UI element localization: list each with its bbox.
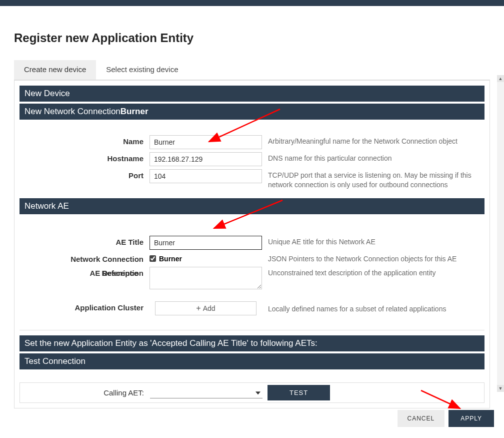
- new-connection-form: Name Arbitrary/Meaningful name for the N…: [20, 120, 484, 197]
- checkbox-input-burner[interactable]: [150, 255, 156, 262]
- help-name: Arbitrary/Meaningful name for the Networ…: [262, 135, 484, 146]
- row-port: Port TCP/UDP port that a service is list…: [20, 168, 484, 191]
- input-port[interactable]: [150, 169, 262, 183]
- row-network-connection: Network Connection Burner JSON Pointers …: [20, 251, 484, 265]
- section-new-device[interactable]: New Device: [20, 86, 484, 102]
- label-ae-description: AE Description Reference: [20, 267, 150, 277]
- checkbox-network-connection-burner[interactable]: Burner: [150, 253, 262, 263]
- label-hostname: Hostname: [20, 152, 150, 163]
- scroll-up-icon[interactable]: ▲: [497, 75, 504, 82]
- apply-button[interactable]: APPLY: [448, 410, 494, 427]
- checkbox-label-burner: Burner: [159, 255, 182, 263]
- input-ae-title[interactable]: [150, 236, 262, 250]
- input-hostname[interactable]: [150, 152, 262, 166]
- section-new-network-connection[interactable]: New Network ConnectionBurner: [20, 104, 484, 120]
- row-name: Name Arbitrary/Meaningful name for the N…: [20, 134, 484, 151]
- plus-icon: +: [196, 304, 200, 312]
- label-port: Port: [20, 169, 150, 180]
- label-ae-title: AE Title: [20, 236, 150, 246]
- row-ae-description: AE Description Reference Unconstrained t…: [20, 265, 484, 293]
- add-label: Add: [203, 304, 216, 312]
- dialog-actions: CANCEL APPLY: [398, 410, 494, 427]
- cancel-button[interactable]: CANCEL: [398, 410, 445, 427]
- section-new-conn-prefix: New Network Connection: [24, 107, 120, 116]
- help-network-connection: JSON Pointers to the Network Connection …: [262, 253, 484, 264]
- label-ae-desc-overlay: Reference: [102, 269, 138, 277]
- row-hostname: Hostname DNS name for this particular co…: [20, 151, 484, 168]
- label-network-connection: Network Connection: [20, 253, 150, 263]
- form-panel: New Device New Network ConnectionBurner …: [14, 80, 490, 408]
- page-title: Register new Application Entity: [14, 31, 490, 45]
- add-application-cluster-button[interactable]: + Add: [155, 301, 256, 315]
- help-ae-description: Unconstrained text description of the ap…: [262, 267, 484, 278]
- row-ae-title: AE Title Unique AE title for this Networ…: [20, 234, 484, 251]
- top-bar: [0, 0, 504, 6]
- help-port: TCP/UDP port that a service is listening…: [262, 169, 484, 190]
- scroll-down-icon[interactable]: ▼: [497, 385, 504, 392]
- test-connection-row: Calling AET: TEST: [20, 382, 484, 403]
- help-hostname: DNS name for this particular connection: [262, 152, 484, 163]
- label-name: Name: [20, 135, 150, 146]
- textarea-ae-description[interactable]: [150, 267, 262, 289]
- label-application-cluster: Application Cluster: [20, 301, 150, 312]
- tab-create-new-device[interactable]: Create new device: [14, 60, 96, 80]
- calling-aet-select-wrap[interactable]: [150, 387, 262, 398]
- section-accepted-calling-ae[interactable]: Set the new Application Entity as 'Accep…: [20, 335, 484, 351]
- calling-aet-select[interactable]: [150, 387, 262, 398]
- row-application-cluster: Application Cluster + Add Locally define…: [20, 300, 484, 317]
- tab-select-existing-device[interactable]: Select existing device: [96, 60, 188, 80]
- tabs: Create new device Select existing device: [14, 60, 490, 80]
- page-container: Register new Application Entity Create n…: [0, 6, 504, 413]
- scrollbar[interactable]: ▲ ▼: [497, 75, 504, 392]
- divider: [20, 330, 484, 330]
- label-calling-aet: Calling AET:: [20, 388, 150, 397]
- section-network-ae[interactable]: Network AE: [20, 198, 484, 214]
- section-test-connection[interactable]: Test Connection: [20, 353, 484, 369]
- input-name[interactable]: [150, 135, 262, 149]
- test-button[interactable]: TEST: [268, 385, 330, 400]
- network-ae-form: AE Title Unique AE title for this Networ…: [20, 214, 484, 323]
- help-application-cluster: Locally defined names for a subset of re…: [262, 301, 484, 314]
- help-ae-title: Unique AE title for this Network AE: [262, 236, 484, 247]
- section-new-conn-name: Burner: [120, 107, 148, 116]
